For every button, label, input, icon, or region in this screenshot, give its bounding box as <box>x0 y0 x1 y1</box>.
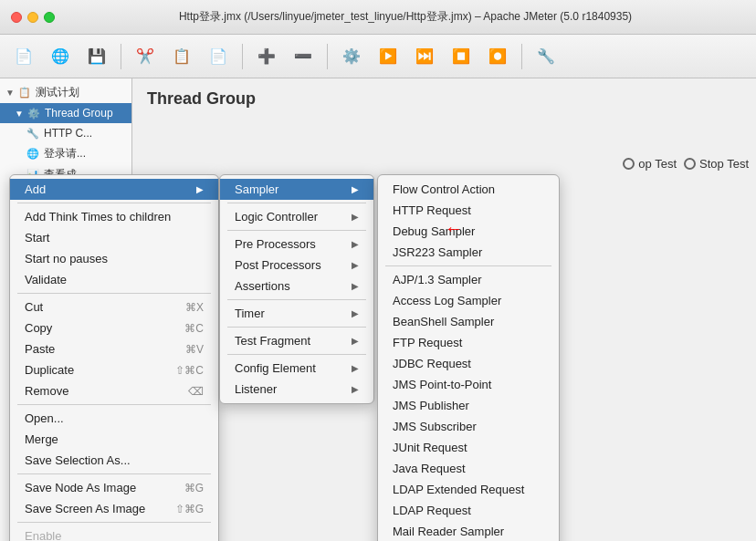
expand-button[interactable]: ➕ <box>250 40 283 73</box>
menu-item-flow-control[interactable]: Flow Control Action <box>378 179 559 200</box>
menu-item-merge-label: Merge <box>25 432 58 446</box>
menu-item-ldap-extended[interactable]: LDAP Extended Request <box>378 479 559 500</box>
menu-item-ajp[interactable]: AJP/1.3 Sampler <box>378 269 559 290</box>
menu-item-config-element[interactable]: Config Element ▶ <box>220 358 373 379</box>
menu-item-sampler-label: Sampler <box>235 182 278 196</box>
menu-item-mail-reader[interactable]: Mail Reader Sampler <box>378 521 559 541</box>
context-menu-add: Sampler ▶ Logic Controller ▶ Pre Process… <box>219 174 374 404</box>
menu-item-junit[interactable]: JUnit Request <box>378 437 559 458</box>
l2-sep-1 <box>227 203 366 203</box>
fragment-arrow-icon: ▶ <box>352 336 359 346</box>
menu-item-remove[interactable]: Remove ⌫ <box>10 380 218 401</box>
menu-item-merge[interactable]: Merge <box>10 429 218 450</box>
menu-item-access-log[interactable]: Access Log Sampler <box>378 290 559 311</box>
menu-item-listener[interactable]: Listener ▶ <box>220 379 373 400</box>
tree-item-login[interactable]: 🌐 登录请... <box>0 143 131 164</box>
close-button[interactable] <box>11 12 22 23</box>
step-button[interactable]: ⏭️ <box>408 40 441 73</box>
content-title: Thread Group <box>147 89 741 109</box>
save-button[interactable]: 💾 <box>80 40 113 73</box>
menu-item-copy-label: Copy <box>25 321 52 335</box>
menu-sep-3 <box>17 404 211 405</box>
menu-item-debug-sampler[interactable]: Debug Sampler <box>378 221 559 242</box>
logic-arrow-icon: ▶ <box>352 212 359 222</box>
assertions-arrow-icon: ▶ <box>352 281 359 291</box>
menu-item-add[interactable]: Add ▶ <box>10 179 218 200</box>
arrow-right-icon: ▶ <box>196 184 204 194</box>
traffic-lights <box>11 12 55 23</box>
new-button[interactable]: 📄 <box>7 40 40 73</box>
op-test-label: op Test <box>638 157 677 171</box>
config-arrow-icon: ▶ <box>352 363 359 373</box>
paste-button[interactable]: 📄 <box>202 40 235 73</box>
menu-item-pre-processors[interactable]: Pre Processors ▶ <box>220 234 373 255</box>
maximize-button[interactable] <box>44 12 55 23</box>
tree-item-thread-group[interactable]: ▼ ⚙️ Thread Group <box>0 103 131 123</box>
menu-item-start-no-pauses[interactable]: Start no pauses <box>10 248 218 269</box>
record-button[interactable]: ⏺️ <box>481 40 514 73</box>
timer-arrow-icon: ▶ <box>352 308 359 318</box>
menu-item-logic-controller[interactable]: Logic Controller ▶ <box>220 206 373 227</box>
menu-item-jdbc[interactable]: JDBC Request <box>378 353 559 374</box>
menu-item-post-processors[interactable]: Post Processors ▶ <box>220 255 373 276</box>
menu-item-cut[interactable]: Cut ⌘X <box>10 297 218 317</box>
menu-item-http-request-label: HTTP Request <box>393 203 471 217</box>
toolbar-separator-4 <box>521 44 522 69</box>
menu-item-ldap[interactable]: LDAP Request <box>378 500 559 521</box>
settings-button[interactable]: ⚙️ <box>335 40 368 73</box>
stop-button[interactable]: ⏹️ <box>445 40 478 73</box>
menu-item-pre-processors-label: Pre Processors <box>235 237 316 251</box>
run-button[interactable]: ▶️ <box>372 40 404 73</box>
toolbar-separator-2 <box>242 44 243 69</box>
l3-sep-1 <box>385 265 551 266</box>
menu-item-post-processors-label: Post Processors <box>235 258 321 272</box>
cut-button[interactable]: ✂️ <box>129 40 162 73</box>
test-plan-icon: 📋 <box>17 86 32 100</box>
menu-item-save-screen-image[interactable]: Save Screen As Image ⇧⌘G <box>10 498 218 519</box>
menu-item-jms-publisher[interactable]: JMS Publisher <box>378 395 559 416</box>
menu-item-ajp-label: AJP/1.3 Sampler <box>393 273 482 286</box>
menu-item-http-request[interactable]: HTTP Request <box>378 200 559 221</box>
menu-item-paste[interactable]: Paste ⌘V <box>10 338 218 359</box>
stop-test-radio[interactable]: Stop Test <box>684 157 749 171</box>
menu-item-validate[interactable]: Validate <box>10 269 218 290</box>
menu-item-save-selection[interactable]: Save Selection As... <box>10 450 218 471</box>
remove-shortcut: ⌫ <box>188 385 204 398</box>
copy-button[interactable]: 📋 <box>165 40 198 73</box>
collapse-button[interactable]: ➖ <box>287 40 320 73</box>
menu-item-jms-point-label: JMS Point-to-Point <box>393 378 491 391</box>
menu-item-junit-label: JUnit Request <box>393 441 467 454</box>
menu-item-jms-publisher-label: JMS Publisher <box>393 399 469 412</box>
menu-item-sampler[interactable]: Sampler ▶ <box>220 179 373 200</box>
menu-item-ftp[interactable]: FTP Request <box>378 332 559 353</box>
menu-item-duplicate[interactable]: Duplicate ⇧⌘C <box>10 359 218 380</box>
menu-item-test-fragment-label: Test Fragment <box>235 334 310 348</box>
open-button[interactable]: 🌐 <box>44 40 77 73</box>
menu-item-assertions[interactable]: Assertions ▶ <box>220 276 373 297</box>
menu-item-timer[interactable]: Timer ▶ <box>220 303 373 324</box>
menu-item-jms-subscriber-label: JMS Subscriber <box>393 420 477 433</box>
menu-item-jms-point[interactable]: JMS Point-to-Point <box>378 374 559 395</box>
menu-item-start[interactable]: Start <box>10 227 218 248</box>
menu-item-jsr223[interactable]: JSR223 Sampler <box>378 242 559 263</box>
menu-item-open[interactable]: Open... <box>10 408 218 429</box>
menu-item-test-fragment[interactable]: Test Fragment ▶ <box>220 330 373 351</box>
tree-item-http-config[interactable]: 🔧 HTTP C... <box>0 123 131 143</box>
op-test-radio[interactable]: op Test <box>623 157 677 171</box>
menu-item-save-node-image[interactable]: Save Node As Image ⌘G <box>10 477 218 498</box>
menu-item-jms-subscriber[interactable]: JMS Subscriber <box>378 416 559 437</box>
menu-item-jsr223-label: JSR223 Sampler <box>393 245 482 259</box>
info-button[interactable]: 🔧 <box>530 40 562 73</box>
paste-shortcut: ⌘V <box>185 343 204 356</box>
menu-item-timer-label: Timer <box>235 307 265 320</box>
menu-item-add-think-times[interactable]: Add Think Times to children <box>10 206 218 227</box>
tree-label-test-plan: 测试计划 <box>36 85 79 100</box>
tree-item-test-plan[interactable]: ▼ 📋 测试计划 <box>0 82 131 103</box>
menu-item-java-request[interactable]: Java Request <box>378 458 559 479</box>
post-arrow-icon: ▶ <box>352 260 359 270</box>
duplicate-shortcut: ⇧⌘C <box>175 364 204 377</box>
minimize-button[interactable] <box>27 12 38 23</box>
menu-item-beanshell[interactable]: BeanShell Sampler <box>378 311 559 332</box>
menu-item-copy[interactable]: Copy ⌘C <box>10 317 218 338</box>
save-screen-shortcut: ⇧⌘G <box>175 503 204 515</box>
